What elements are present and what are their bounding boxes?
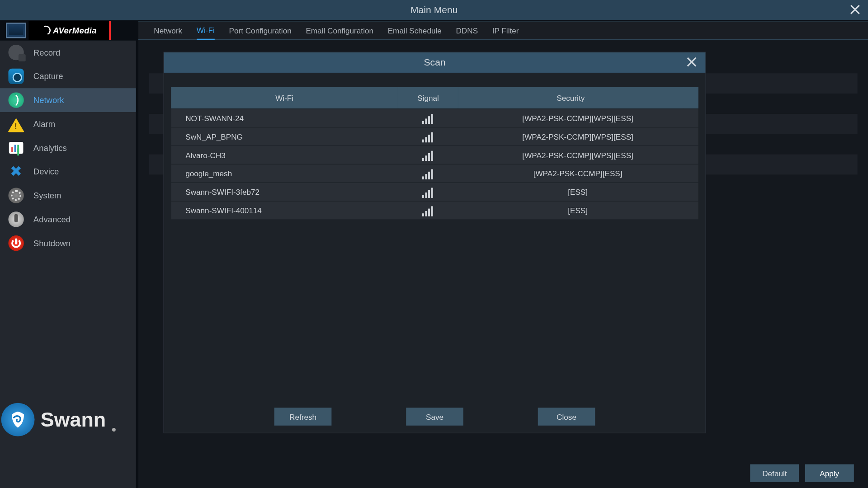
sidebar-item-label: Record <box>33 48 61 57</box>
cell-ssid: Alvaro-CH3 <box>171 150 398 160</box>
sidebar-item-network[interactable]: Network <box>0 88 136 112</box>
alarm-icon <box>8 118 24 132</box>
swann-logo: Swann <box>1 403 116 436</box>
brand-name: AVerMedia <box>53 26 97 35</box>
tab-email-configuration[interactable]: Email Configuration <box>306 21 373 40</box>
sidebar-item-label: System <box>33 191 61 200</box>
table-header: Wi-Fi Signal Security <box>171 87 698 108</box>
sidebar-item-shutdown[interactable]: Shutdown <box>0 231 136 255</box>
save-button[interactable]: Save <box>406 408 463 426</box>
modal-header: Scan <box>164 52 706 73</box>
network-icon <box>8 92 24 108</box>
table-row[interactable]: SwN_AP_BPNG[WPA2-PSK-CCMP][WPS][ESS] <box>171 127 698 145</box>
table-row[interactable]: Swann-SWIFI-400114[ESS] <box>171 202 698 220</box>
cell-security: [WPA2-PSK-CCMP][WPS][ESS] <box>458 150 698 160</box>
titlebar: Main Menu <box>0 0 868 20</box>
signal-icon <box>398 149 458 161</box>
analytics-icon <box>9 142 24 154</box>
signal-icon <box>398 168 458 179</box>
cell-security: [WPA2-PSK-CCMP][WPS][ESS] <box>458 113 698 122</box>
brand-box: AVerMedia <box>28 21 111 40</box>
power-icon <box>8 235 24 251</box>
modal-footer: Refresh Save Close <box>164 408 706 426</box>
monitor-icon <box>6 23 26 38</box>
cell-ssid: NOT-SWANN-24 <box>171 113 398 122</box>
window-title: Main Menu <box>410 5 458 16</box>
column-signal[interactable]: Signal <box>399 87 457 108</box>
sidebar-item-label: Alarm <box>33 119 55 129</box>
tab-email-schedule[interactable]: Email Schedule <box>388 21 442 40</box>
content-area: Default Apply Scan Wi-Fi Signal Security… <box>138 40 868 488</box>
refresh-button[interactable]: Refresh <box>274 408 332 426</box>
footer-buttons: Default Apply <box>750 465 854 483</box>
mouse-icon <box>8 211 24 227</box>
sidebar-item-label: Shutdown <box>33 239 71 248</box>
swann-dot-icon <box>112 428 115 432</box>
sidebar-item-label: Analytics <box>33 143 67 153</box>
default-button[interactable]: Default <box>750 465 799 483</box>
tab-strip: Network Wi-Fi Port Configuration Email C… <box>138 21 868 40</box>
table-row[interactable]: Swann-SWIFI-3feb72[ESS] <box>171 183 698 201</box>
record-icon <box>8 45 24 60</box>
signal-icon <box>398 186 458 198</box>
close-button[interactable]: Close <box>538 408 595 426</box>
column-wifi[interactable]: Wi-Fi <box>171 87 398 108</box>
gear-icon <box>8 188 24 203</box>
tab-port-configuration[interactable]: Port Configuration <box>229 21 292 40</box>
wrench-icon: ✖ <box>10 163 22 180</box>
tab-ddns[interactable]: DDNS <box>456 21 478 40</box>
sidebar-item-capture[interactable]: Capture <box>0 64 136 88</box>
sidebar-item-record[interactable]: Record <box>0 41 136 65</box>
modal-title: Scan <box>424 57 445 68</box>
apply-button[interactable]: Apply <box>805 465 854 483</box>
sidebar: Record Capture Network Alarm Analytics ✖… <box>0 41 136 488</box>
close-icon[interactable] <box>848 2 863 17</box>
table-row[interactable]: Alvaro-CH3[WPA2-PSK-CCMP][WPS][ESS] <box>171 146 698 164</box>
swann-text: Swann <box>41 408 106 431</box>
tab-wifi[interactable]: Wi-Fi <box>197 21 215 40</box>
camera-icon <box>8 69 24 84</box>
column-security[interactable]: Security <box>458 87 683 108</box>
cell-security: [ESS] <box>458 206 698 215</box>
cell-ssid: google_mesh <box>171 169 398 178</box>
sidebar-item-label: Advanced <box>33 215 71 224</box>
sidebar-item-alarm[interactable]: Alarm <box>0 112 136 136</box>
sidebar-item-label: Device <box>33 167 59 176</box>
column-handle[interactable] <box>684 87 698 108</box>
sidebar-item-label: Capture <box>33 71 63 81</box>
brand-swirl-icon <box>40 24 52 37</box>
modal-body: Wi-Fi Signal Security NOT-SWANN-24[WPA2-… <box>171 87 698 403</box>
cell-security: [ESS] <box>458 188 698 197</box>
cell-security: [WPA2-PSK-CCMP][WPS][ESS] <box>458 132 698 141</box>
table-row[interactable]: google_mesh[WPA2-PSK-CCMP][ESS] <box>171 164 698 183</box>
cell-ssid: SwN_AP_BPNG <box>171 132 398 141</box>
signal-icon <box>398 204 458 216</box>
cell-ssid: Swann-SWIFI-400114 <box>171 206 398 215</box>
sidebar-item-advanced[interactable]: Advanced <box>0 207 136 231</box>
swann-shield-icon <box>1 403 35 436</box>
cell-security: [WPA2-PSK-CCMP][ESS] <box>458 169 698 178</box>
tab-ip-filter[interactable]: IP Filter <box>492 21 519 40</box>
cell-ssid: Swann-SWIFI-3feb72 <box>171 188 398 197</box>
sidebar-item-system[interactable]: System <box>0 183 136 207</box>
signal-icon <box>398 112 458 124</box>
signal-icon <box>398 131 458 142</box>
modal-close-icon[interactable] <box>683 53 701 71</box>
table-rows: NOT-SWANN-24[WPA2-PSK-CCMP][WPS][ESS]SwN… <box>171 109 698 219</box>
sidebar-item-analytics[interactable]: Analytics <box>0 136 136 160</box>
tab-network[interactable]: Network <box>154 21 182 40</box>
sidebar-item-device[interactable]: ✖ Device <box>0 160 136 183</box>
table-row[interactable]: NOT-SWANN-24[WPA2-PSK-CCMP][WPS][ESS] <box>171 109 698 127</box>
scan-modal: Scan Wi-Fi Signal Security NOT-SWANN-24[… <box>163 52 706 433</box>
sidebar-item-label: Network <box>33 95 64 105</box>
